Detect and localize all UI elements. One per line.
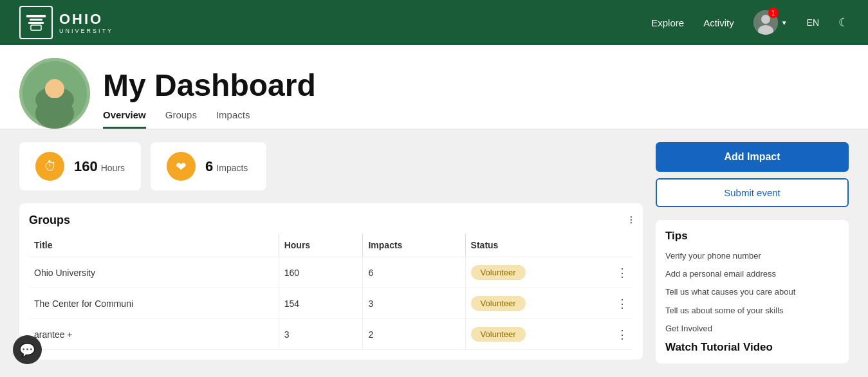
col-hours: Hours	[279, 234, 363, 257]
impacts-label: Impacts	[216, 163, 248, 173]
impacts-stat-info: 6 Impacts	[205, 158, 248, 175]
submit-event-button[interactable]: Submit event	[656, 178, 849, 207]
groups-table: Title Hours Impacts Status Ohio Universi…	[29, 234, 633, 350]
group-hours: 154	[279, 288, 363, 319]
col-impacts: Impacts	[363, 234, 465, 257]
tips-title: Tips	[665, 230, 839, 243]
group-name: The Center for Communi	[29, 288, 279, 319]
profile-tabs: Overview Groups Impacts	[103, 109, 849, 129]
hours-stat-info: 160 Hours	[74, 158, 125, 175]
impacts-number: 6	[205, 158, 213, 175]
status-badge: Volunteer	[471, 296, 526, 311]
svg-rect-1	[30, 19, 42, 21]
dashboard-title: My Dashboard	[103, 68, 849, 103]
profile-section: My Dashboard Overview Groups Impacts	[0, 45, 868, 129]
row-menu-button[interactable]: ⋮	[616, 297, 628, 311]
stats-row: ⏱ 160 Hours ❤ 6 Impacts	[19, 142, 643, 190]
row-menu-button[interactable]: ⋮	[616, 266, 628, 280]
groups-header: Groups ⁝	[29, 213, 633, 227]
tip-item[interactable]: Tell us about some of your skills	[665, 305, 839, 317]
hours-label: Hours	[101, 163, 125, 173]
profile-info: My Dashboard Overview Groups Impacts	[103, 68, 849, 129]
logo-text-block: OHIO UNIVERSITY	[59, 11, 113, 34]
tab-overview[interactable]: Overview	[103, 109, 146, 129]
status-badge: Volunteer	[471, 327, 526, 342]
svg-point-10	[45, 79, 64, 98]
svg-rect-2	[28, 22, 44, 24]
activity-link[interactable]: Activity	[703, 17, 734, 28]
tab-impacts[interactable]: Impacts	[216, 109, 250, 129]
svg-point-5	[761, 15, 770, 24]
explore-link[interactable]: Explore	[651, 17, 684, 28]
grid-view-icon[interactable]: ⁝	[629, 213, 633, 227]
group-name: arantee +	[29, 319, 279, 350]
group-status: Volunteer	[465, 319, 614, 350]
row-menu-button[interactable]: ⋮	[616, 327, 628, 342]
table-row: arantee + 3 2 Volunteer ⋮	[29, 319, 633, 350]
groups-title: Groups	[29, 214, 70, 227]
row-action-cell[interactable]: ⋮	[614, 319, 633, 350]
logo[interactable]: OHIO UNIVERSITY	[19, 6, 113, 39]
tip-item[interactable]: Add a personal email address	[665, 268, 839, 280]
row-action-cell[interactable]: ⋮	[614, 288, 633, 319]
clock-icon: ⏱	[35, 152, 64, 181]
logo-subtitle: UNIVERSITY	[59, 28, 113, 34]
group-impacts: 6	[363, 257, 465, 288]
tip-item[interactable]: Tell us what causes you care about	[665, 286, 839, 298]
table-header-row: Title Hours Impacts Status	[29, 234, 633, 257]
group-status: Volunteer	[465, 288, 614, 319]
svg-rect-0	[26, 15, 46, 17]
tip-item[interactable]: Verify your phone number	[665, 250, 839, 262]
table-row: Ohio University 160 6 Volunteer ⋮	[29, 257, 633, 288]
group-name: Ohio University	[29, 257, 279, 288]
tip-item[interactable]: Get Involved	[665, 323, 839, 335]
header: OHIO UNIVERSITY Explore Activity 1 ▼ EN …	[0, 0, 868, 45]
table-row: The Center for Communi 154 3 Volunteer ⋮	[29, 288, 633, 319]
hours-number: 160	[74, 158, 98, 175]
group-status: Volunteer	[465, 257, 614, 288]
row-action-cell[interactable]: ⋮	[614, 257, 633, 288]
col-title: Title	[29, 234, 279, 257]
notification-badge: 1	[768, 8, 779, 18]
logo-emblem	[19, 6, 53, 39]
impacts-card: ❤ 6 Impacts	[151, 142, 266, 190]
heart-icon: ❤	[167, 152, 196, 181]
add-impact-button[interactable]: Add Impact	[656, 142, 849, 172]
svg-rect-11	[35, 98, 74, 129]
profile-avatar	[19, 58, 90, 129]
main-content: ⏱ 160 Hours ❤ 6 Impacts Groups ⁝	[0, 129, 868, 377]
group-hours: 3	[279, 319, 363, 350]
chat-button[interactable]: 💬	[13, 335, 42, 364]
tips-section: Tips Verify your phone number Add a pers…	[656, 220, 849, 363]
group-hours: 160	[279, 257, 363, 288]
watch-tutorial-title[interactable]: Watch Tutorial Video	[665, 341, 839, 354]
language-selector[interactable]: EN	[807, 17, 819, 28]
svg-rect-3	[31, 25, 41, 30]
groups-section: Groups ⁝ Title Hours Impacts Status Ohio…	[19, 203, 643, 360]
chevron-down-icon: ▼	[781, 19, 788, 26]
status-badge: Volunteer	[471, 265, 526, 280]
group-impacts: 2	[363, 319, 465, 350]
hours-card: ⏱ 160 Hours	[19, 142, 141, 190]
left-panel: ⏱ 160 Hours ❤ 6 Impacts Groups ⁝	[19, 142, 643, 377]
logo-name: OHIO	[59, 11, 113, 28]
group-impacts: 3	[363, 288, 465, 319]
main-nav: Explore Activity 1 ▼ EN ☾	[651, 10, 849, 35]
col-status: Status	[465, 234, 633, 257]
dark-mode-icon[interactable]: ☾	[838, 15, 849, 30]
right-panel: Add Impact Submit event Tips Verify your…	[656, 142, 849, 377]
user-menu[interactable]: 1 ▼	[753, 10, 788, 35]
tab-groups[interactable]: Groups	[165, 109, 197, 129]
